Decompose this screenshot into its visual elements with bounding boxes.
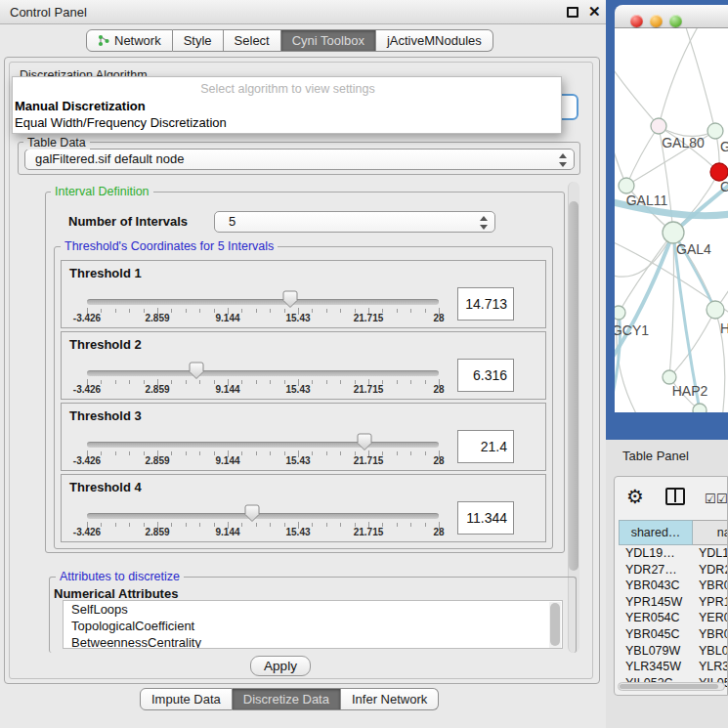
- list-scrollbar-thumb[interactable]: [550, 603, 560, 646]
- minimize-traffic-light[interactable]: [650, 15, 663, 27]
- screen: Control Panel ✕ Network Style Select: [0, 0, 728, 728]
- control-panel: Control Panel ✕ Network Style Select: [0, 0, 606, 728]
- network-node[interactable]: [619, 178, 634, 193]
- slider-tick: [241, 523, 242, 527]
- table-panel-title: Table Panel: [622, 449, 689, 463]
- threshold-label: Threshold 3: [69, 408, 142, 423]
- slider-tick: [256, 309, 257, 313]
- slider-track[interactable]: [87, 299, 439, 305]
- network-node[interactable]: [615, 306, 625, 320]
- tab-network[interactable]: Network: [86, 29, 173, 52]
- network-node[interactable]: [707, 301, 724, 319]
- table-horizontal-scrollbar[interactable]: [618, 682, 725, 691]
- slider-tick: [425, 380, 426, 384]
- slider-thumb[interactable]: [244, 504, 260, 523]
- slider-thumb[interactable]: [282, 290, 298, 309]
- slider-tick-label: 15.43: [285, 384, 310, 395]
- slider-tick-label: 9.144: [215, 384, 239, 395]
- table-data-combo[interactable]: galFiltered.sif default node: [24, 149, 575, 170]
- slider-track[interactable]: [87, 442, 439, 448]
- slider-tick-label: 28: [433, 527, 444, 537]
- network-edge: [673, 172, 719, 233]
- attribute-list-item[interactable]: SelfLoops: [64, 601, 562, 618]
- table-row[interactable]: YLR345WYLR345W: [619, 659, 728, 675]
- threshold-label: Threshold 2: [69, 337, 142, 352]
- tab-style[interactable]: Style: [173, 29, 224, 52]
- slider-thumb[interactable]: [189, 362, 204, 380]
- table-cell-shared-name: YBL079W: [619, 643, 693, 660]
- network-view-canvas[interactable]: GAL80GACGAL11GAL4GCY1HHAP2: [615, 28, 728, 412]
- apply-button[interactable]: Apply: [250, 656, 311, 676]
- attribute-list-item[interactable]: TopologicalCoefficient: [64, 618, 562, 634]
- slider-tick-label: 2.859: [145, 527, 169, 537]
- slider-tick: [410, 523, 411, 527]
- split-columns-icon[interactable]: [665, 488, 685, 505]
- tab-infer-network[interactable]: Infer Network: [341, 688, 439, 710]
- table-row[interactable]: YER054CYER054C: [619, 610, 728, 626]
- tab-cyni-toolbox[interactable]: Cyni Toolbox: [281, 29, 376, 52]
- tab-impute-data[interactable]: Impute Data: [140, 688, 233, 710]
- checkbox-checked-icon[interactable]: ☑: [705, 492, 716, 506]
- table-row[interactable]: YDR27…YDR27…: [619, 562, 728, 578]
- thresholds-group-label: Threshold's Coordinates for 5 Intervals: [61, 239, 278, 253]
- float-window-icon[interactable]: [567, 7, 578, 18]
- zoom-traffic-light[interactable]: [669, 15, 682, 27]
- network-node[interactable]: [663, 370, 676, 384]
- network-branch-icon: [98, 34, 109, 47]
- slider-tick-label: 28: [433, 455, 444, 466]
- settings-scrollbar-thumb[interactable]: [569, 201, 578, 571]
- slider-tick: [186, 380, 187, 384]
- network-node-label: HAP2: [672, 383, 708, 399]
- slider-tick: [101, 309, 102, 313]
- network-edge: [659, 28, 703, 126]
- table-cell-name: YBL079W: [693, 643, 728, 660]
- attribute-list-item[interactable]: BetweennessCentrality: [64, 634, 562, 649]
- threshold-value-input[interactable]: 6.316: [457, 359, 514, 392]
- slider-track[interactable]: [87, 513, 439, 519]
- table-row[interactable]: YDL19…YDL19…: [619, 545, 728, 562]
- tab-jactivemnodules[interactable]: jActiveMNodules: [376, 29, 493, 52]
- list-scrollbar[interactable]: [549, 602, 561, 649]
- slider-tick: [397, 309, 398, 313]
- table-row[interactable]: YBL079WYBL079W: [619, 643, 728, 660]
- table-hscrollbar-thumb[interactable]: [620, 684, 718, 689]
- control-panel-titlebar: Control Panel ✕: [0, 0, 606, 24]
- checkbox-checked-icon[interactable]: ☑: [716, 492, 728, 506]
- slider-tick: [129, 451, 130, 455]
- node-table: shared… name YDL19…YDL19…YDR27…YDR27…YBR…: [619, 520, 728, 691]
- column-header-shared-name[interactable]: shared…: [619, 520, 693, 545]
- slider-tick-label: -3.426: [73, 455, 101, 466]
- threshold-panel: Threshold 1-3.4262.8599.14415.4321.71528…: [61, 260, 546, 328]
- column-header-name[interactable]: name: [693, 520, 728, 545]
- slider-tick: [199, 309, 200, 313]
- close-icon[interactable]: ✕: [588, 3, 601, 21]
- threshold-value-input[interactable]: 21.4: [457, 430, 514, 463]
- slider-tick: [171, 380, 172, 384]
- table-row[interactable]: YPR145WYPR145W: [619, 594, 728, 611]
- network-edge: [626, 126, 659, 186]
- network-node[interactable]: [693, 404, 707, 412]
- popup-option-equal-width-frequency[interactable]: Equal Width/Frequency Discretization: [15, 115, 227, 130]
- interval-definition-label: Interval Definition: [51, 185, 153, 198]
- popup-option-manual-discretization[interactable]: Manual Discretization: [15, 99, 146, 113]
- threshold-label: Threshold 4: [69, 480, 142, 494]
- slider-thumb[interactable]: [357, 433, 372, 451]
- network-window-titlebar[interactable]: [615, 5, 728, 28]
- threshold-value-input[interactable]: 14.713: [457, 287, 514, 321]
- table-row[interactable]: YBR045CYBR045C: [619, 626, 728, 643]
- slider-tick: [326, 309, 327, 313]
- network-node[interactable]: [651, 118, 666, 134]
- network-node[interactable]: [663, 222, 684, 243]
- slider-track[interactable]: [87, 370, 439, 376]
- table-row[interactable]: YBR043CYBR043C: [619, 578, 728, 594]
- tab-discretize-data[interactable]: Discretize Data: [233, 688, 341, 710]
- table-data-group-label: Table Data: [23, 136, 90, 150]
- slider-tick: [199, 380, 200, 384]
- tab-select[interactable]: Select: [224, 29, 281, 52]
- slider-tick: [144, 380, 145, 384]
- network-node[interactable]: [707, 123, 723, 139]
- threshold-value-input[interactable]: 11.344: [457, 501, 514, 535]
- gear-icon[interactable]: ⚙: [626, 485, 644, 508]
- close-traffic-light[interactable]: [630, 15, 643, 27]
- number-of-intervals-spinner[interactable]: 5: [214, 211, 495, 233]
